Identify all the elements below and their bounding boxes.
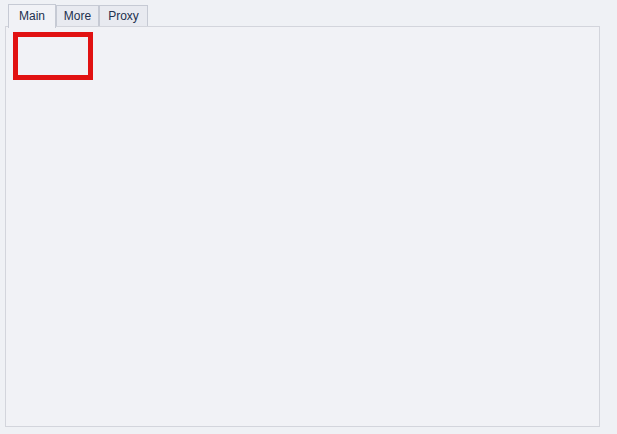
tab-proxy[interactable]: Proxy: [99, 5, 148, 26]
tab-more[interactable]: More: [56, 5, 99, 26]
http-request-dialog: Main More Proxy Delete www URL http://lo…: [0, 0, 617, 434]
tab-page-main: [5, 26, 600, 427]
tab-main[interactable]: Main: [8, 4, 56, 28]
